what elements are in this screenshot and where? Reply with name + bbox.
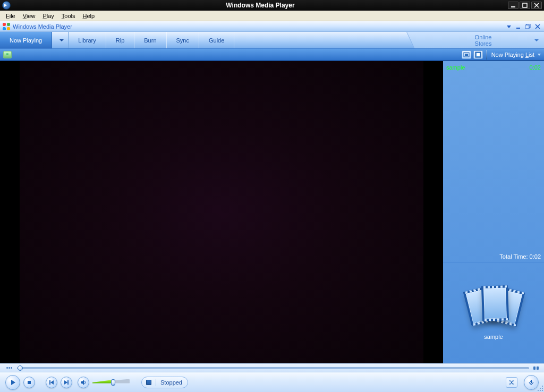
playback-status: Stopped (160, 379, 182, 386)
playlist-total: Total Time: 0:02 (446, 253, 541, 260)
menu-play[interactable]: Play (39, 12, 57, 20)
menu-tools[interactable]: Tools (58, 12, 79, 20)
tab-now-playing-dropdown[interactable] (52, 32, 69, 48)
volume-control (78, 377, 130, 388)
volume-slider[interactable] (92, 380, 130, 385)
svg-rect-16 (49, 380, 50, 385)
menubar: File View Play Tools Help (0, 11, 544, 21)
tab-now-playing[interactable]: Now Playing (0, 32, 52, 48)
svg-marker-4 (507, 25, 511, 28)
wmp-logo-icon (2, 22, 11, 31)
status-stop-icon (146, 380, 151, 385)
tab-label: Guide (209, 37, 224, 44)
playlist-row-title: sample (446, 64, 465, 71)
tab-online-stores[interactable]: Online Stores (422, 32, 544, 48)
tab-label: Sync (176, 37, 189, 44)
seek-bar-row (0, 363, 544, 372)
tab-label: Burn (144, 37, 156, 44)
menu-file[interactable]: File (2, 12, 19, 20)
sub-toolbar: ≡ Now Playing List (0, 49, 544, 61)
seek-thumb-icon[interactable] (18, 365, 23, 371)
resize-grip-icon[interactable] (537, 385, 543, 391)
app-shell: Windows Media Player Now Playing Library… (0, 21, 544, 392)
content-area: sample 0:02 Total Time: 0:02 sample (0, 61, 544, 363)
header-close-button[interactable] (533, 23, 542, 30)
visualization-select-icon[interactable]: ≡ (3, 51, 12, 58)
tab-label: Library (78, 37, 96, 44)
tab-rip[interactable]: Rip (106, 32, 135, 48)
svg-marker-20 (81, 380, 84, 385)
header-minimize-button[interactable] (514, 23, 523, 30)
online-stores-line1: Online (475, 34, 492, 40)
svg-marker-17 (50, 380, 54, 385)
tab-library[interactable]: Library (69, 32, 106, 48)
play-button[interactable] (5, 375, 20, 390)
skip-chapter-icon[interactable] (533, 367, 539, 370)
app-header: Windows Media Player (0, 21, 544, 32)
tab-sync[interactable]: Sync (167, 32, 199, 48)
previous-button[interactable] (46, 377, 57, 388)
seek-slider[interactable] (17, 367, 529, 369)
status-pill: Stopped (141, 377, 188, 388)
sidebar: sample 0:02 Total Time: 0:02 sample (443, 61, 544, 363)
svg-rect-7 (525, 25, 529, 29)
video-canvas (20, 61, 423, 363)
video-size-icon[interactable] (462, 50, 471, 59)
media-art-icon (467, 286, 520, 328)
menu-help[interactable]: Help (79, 12, 99, 20)
art-caption: sample (484, 334, 503, 340)
header-restore-button[interactable] (524, 23, 532, 30)
playlist[interactable]: sample 0:02 Total Time: 0:02 (443, 61, 544, 262)
tab-burn[interactable]: Burn (134, 32, 166, 48)
header-menu-dropdown[interactable] (505, 23, 513, 30)
mute-button[interactable] (78, 377, 89, 388)
tab-guide[interactable]: Guide (199, 32, 234, 48)
svg-marker-18 (64, 380, 67, 385)
playlist-dropdown-caret-icon[interactable] (538, 54, 541, 56)
svg-rect-13 (477, 53, 480, 56)
tab-label: Now Playing (10, 37, 42, 44)
album-art-pane: sample (443, 262, 544, 363)
rewind-chapter-icon[interactable] (5, 365, 13, 371)
video-pane[interactable] (0, 61, 443, 363)
app-header-title: Windows Media Player (13, 23, 72, 30)
svg-rect-1 (523, 3, 527, 7)
shuffle-button[interactable] (506, 377, 517, 388)
main-tabs: Now Playing Library Rip Burn Sync Guide … (0, 32, 544, 49)
svg-rect-19 (67, 380, 69, 385)
svg-rect-21 (531, 380, 532, 383)
volume-thumb-icon[interactable] (111, 379, 115, 386)
maximize-video-icon[interactable] (473, 50, 483, 59)
window-minimize-button[interactable] (508, 2, 518, 9)
menu-view[interactable]: View (19, 12, 39, 20)
window-maximize-button[interactable] (520, 2, 530, 9)
app-icon (2, 1, 11, 10)
svg-marker-14 (11, 380, 15, 385)
tab-label: Rip (116, 37, 125, 44)
window-title: Windows Media Player (13, 2, 508, 9)
online-stores-line2: Stores (475, 40, 492, 47)
next-button[interactable] (61, 377, 72, 388)
playlist-row-duration: 0:02 (530, 64, 541, 71)
svg-rect-15 (28, 381, 31, 384)
svg-rect-11 (465, 54, 468, 56)
window-close-button[interactable] (531, 2, 542, 9)
playlist-row[interactable]: sample 0:02 (446, 63, 541, 72)
stop-button[interactable] (23, 377, 35, 388)
outer-window-titlebar: Windows Media Player (0, 0, 544, 11)
playlist-title-label[interactable]: Now Playing List (491, 52, 534, 58)
transport-bar: Stopped (0, 372, 544, 392)
